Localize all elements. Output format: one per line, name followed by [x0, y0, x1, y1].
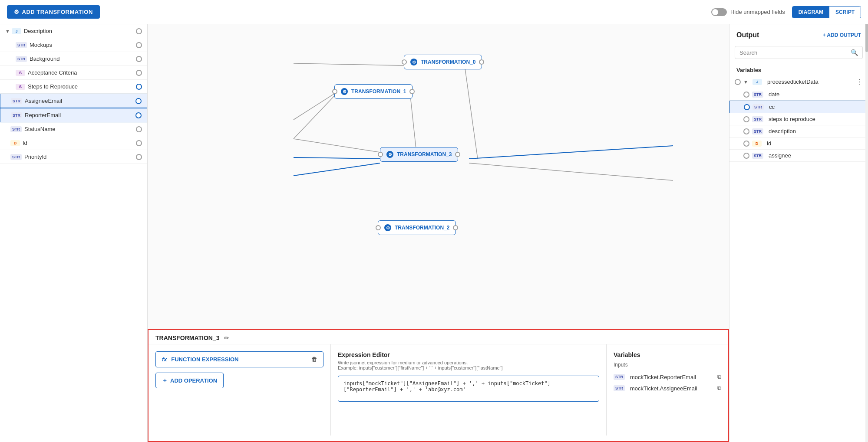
connector-assignee[interactable] [135, 98, 142, 104]
type-badge-str: STR [11, 112, 22, 118]
search-input[interactable] [739, 49, 851, 56]
field-name-id: Id [23, 140, 136, 146]
type-badge-str: STR [11, 98, 22, 104]
svg-line-0 [294, 63, 404, 65]
expr-title: Expression Editor [338, 351, 599, 358]
field-item-id[interactable]: D Id [0, 136, 147, 150]
svg-line-1 [294, 94, 334, 120]
connector-assignee-output[interactable] [743, 153, 749, 159]
var-name-id-output: id [767, 140, 863, 147]
var-name-reporter: mockTicket.ReporterEmail [630, 374, 715, 380]
function-expression-button[interactable]: fx FUNCTION EXPRESSION 🗑 [155, 351, 323, 367]
connector-parent[interactable] [735, 79, 741, 85]
port-t1-right[interactable] [409, 89, 415, 94]
connector-description[interactable] [136, 28, 142, 34]
field-name-reporter-email: ReporterEmail [25, 112, 135, 118]
toggle-switch[interactable] [711, 8, 727, 16]
type-badge-str: STR [752, 92, 763, 98]
toolbar-right: Hide unmapped fields DIAGRAM SCRIPT [711, 6, 861, 18]
node-transformation-2[interactable]: ⚙ TRANSFORMATION_2 [378, 220, 456, 235]
node-transformation-0[interactable]: ⚙ TRANSFORMATION_0 [404, 55, 482, 69]
output-var-assignee[interactable]: STR assignee [729, 150, 868, 162]
add-operation-button[interactable]: ＋ ADD OPERATION [155, 373, 224, 388]
port-t1-left[interactable] [332, 89, 337, 94]
field-name-mockups: Mockups [30, 42, 136, 48]
type-badge-j: J [12, 28, 21, 34]
type-badge-str: STR [10, 126, 22, 132]
node-transformation-1[interactable]: ⚙ TRANSFORMATION_1 [334, 84, 413, 99]
connector-reporter[interactable] [135, 112, 142, 118]
search-box[interactable]: 🔍 [735, 46, 863, 59]
output-var-cc[interactable]: STR cc [729, 101, 868, 113]
type-badge-str: STR [614, 374, 625, 380]
more-icon[interactable]: ⋮ [856, 78, 863, 86]
node-label-t0: TRANSFORMATION_0 [421, 59, 475, 65]
field-item-status[interactable]: STR StatusName [0, 122, 147, 136]
canvas-area[interactable]: ⚙ TRANSFORMATION_0 ⚙ TRANSFORMATION_1 ⚙ … [148, 24, 729, 442]
field-item-mockups[interactable]: STR Mockups [0, 38, 147, 52]
copy-icon-assignee[interactable]: ⧉ [717, 385, 721, 392]
right-panel-header: Output + ADD OUTPUT [729, 24, 868, 43]
output-var-parent[interactable]: ▼ J processedticketData ⋮ [729, 75, 868, 88]
port-t2-right[interactable] [453, 225, 458, 230]
svg-line-3 [465, 65, 478, 159]
field-item-steps[interactable]: S Steps to Reproduce [0, 80, 147, 94]
type-badge-str: STR [614, 385, 625, 391]
connector-acceptance[interactable] [136, 70, 142, 76]
add-output-button[interactable]: + ADD OUTPUT [822, 32, 861, 38]
expression-editor-input[interactable]: inputs["mockTicket"]["AssigneeEmail"] + … [338, 376, 599, 402]
edit-icon[interactable]: ✏ [224, 334, 229, 341]
node-transformation-3[interactable]: ⚙ TRANSFORMATION_3 [380, 147, 458, 162]
connector-cc[interactable] [744, 104, 750, 110]
hide-unmapped-label: Hide unmapped fields [730, 9, 785, 15]
field-item-acceptance[interactable]: S Acceptance Criteria [0, 66, 147, 80]
port-t3-left[interactable] [378, 152, 383, 157]
type-badge-str: STR [16, 42, 27, 48]
expand-arrow: ▼ [5, 29, 10, 34]
type-badge-str: STR [10, 154, 22, 160]
type-badge-str: STR [752, 128, 763, 134]
connector-id-output[interactable] [743, 141, 749, 147]
output-var-steps[interactable]: STR steps to reproduce [729, 113, 868, 125]
connector-steps-output[interactable] [743, 116, 749, 122]
field-name-steps: Steps to Reproduce [28, 83, 136, 90]
gear-icon-t1: ⚙ [341, 88, 348, 95]
connector-description-output[interactable] [743, 128, 749, 134]
svg-line-6 [294, 163, 380, 176]
connector-status[interactable] [136, 126, 142, 132]
operations-panel: fx FUNCTION EXPRESSION 🗑 ＋ ADD OPERATION [149, 344, 331, 435]
search-icon: 🔍 [851, 49, 858, 56]
add-transformation-button[interactable]: ⚙ ADD TRANSFORMATION [7, 5, 100, 19]
output-var-description[interactable]: STR description [729, 125, 868, 138]
port-t0-left[interactable] [402, 59, 407, 65]
fx-label: fx FUNCTION EXPRESSION [162, 356, 238, 363]
tab-diagram[interactable]: DIAGRAM [792, 7, 829, 18]
port-t3-right[interactable] [455, 152, 460, 157]
connector-date[interactable] [743, 92, 749, 98]
type-badge-str: STR [752, 153, 763, 159]
field-item-assignee-email[interactable]: STR AssigneeEmail [0, 94, 147, 108]
copy-icon-reporter[interactable]: ⧉ [717, 373, 721, 380]
field-item-priority[interactable]: STR PriorityId [0, 150, 147, 164]
connector-id[interactable] [136, 140, 142, 146]
port-t0-right[interactable] [479, 59, 484, 65]
field-item-background[interactable]: STR Background [0, 52, 147, 66]
tab-script[interactable]: SCRIPT [829, 7, 861, 18]
bottom-panel-header: TRANSFORMATION_3 ✏ [149, 330, 728, 344]
connector-background[interactable] [136, 56, 142, 62]
type-badge-str: STR [752, 116, 763, 122]
type-badge-j: J [752, 79, 762, 85]
output-var-date[interactable]: STR date [729, 88, 868, 101]
connector-mockups[interactable] [136, 42, 142, 48]
field-name-acceptance: Acceptance Criteria [28, 69, 136, 76]
field-name-assignee-email: AssigneeEmail [25, 98, 135, 104]
field-item-reporter-email[interactable]: STR ReporterEmail [0, 108, 147, 122]
connector-steps[interactable] [136, 84, 142, 90]
connector-priority[interactable] [136, 154, 142, 160]
port-t2-left[interactable] [376, 225, 381, 230]
variables-panel: Variables Inputs STR mockTicket.Reporter… [607, 344, 728, 435]
hide-unmapped-toggle[interactable]: Hide unmapped fields [711, 8, 785, 16]
field-item-description[interactable]: ▼ J Description [0, 24, 147, 38]
delete-icon[interactable]: 🗑 [311, 356, 317, 363]
output-var-id[interactable]: D id [729, 138, 868, 150]
